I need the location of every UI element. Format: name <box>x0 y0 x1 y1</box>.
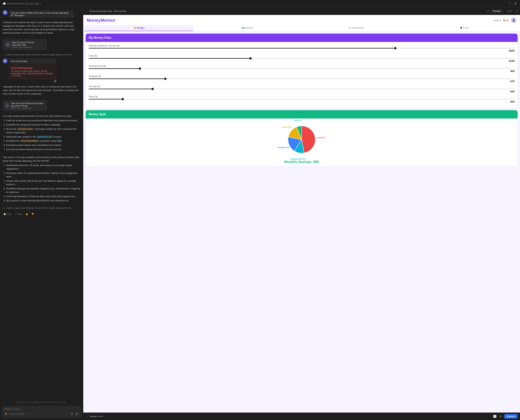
ai-message-4: This version of the app maintains all th… <box>3 155 80 204</box>
feature-5: Visual representations of financial data… <box>6 195 80 198</box>
money-flow-body: Monthly Allowance / Income ($) $500 Food… <box>86 42 518 108</box>
slider-fill <box>89 58 250 59</box>
tab-investments[interactable]: 📈 Investments <box>302 25 410 31</box>
slider-value: $65 <box>89 90 515 93</box>
component-title-1: Teen-Focused Finance Education App <box>12 41 44 46</box>
improvement-list: Fixed the syntax error by ensuring all s… <box>3 119 80 151</box>
warning-text-2: Claude's response was limited as it hit … <box>6 207 72 209</box>
slider-label: Savings ($) <box>89 85 515 88</box>
slider-fill <box>89 89 153 89</box>
code-map: map <box>56 140 62 142</box>
slider-label: Food ($) <box>89 54 515 57</box>
slider-thumb[interactable] <box>151 88 154 90</box>
monthly-savings: Monthly Savings: $95 <box>284 160 319 164</box>
back-button[interactable]: ← <box>85 10 88 13</box>
warning-icon-1: ⚠ <box>3 53 5 56</box>
publish-button[interactable]: Publish <box>504 414 518 419</box>
pie-chart: food 47%entertainment 12%shopping 19%sav… <box>283 121 320 158</box>
image-button[interactable]: 🖼 <box>75 412 78 415</box>
component-block-1[interactable]: </> Teen-Focused Finance Education App C… <box>3 39 47 50</box>
main-layout: AY Can you make it better and make it mo… <box>0 8 520 420</box>
expand-button[interactable]: ⬜ <box>492 414 497 419</box>
copy-button[interactable]: 📋 Copy <box>3 213 12 216</box>
attachment-button[interactable]: 📎 <box>70 412 74 415</box>
feature-6: Quiz section to make learning about fina… <box>6 199 80 202</box>
component-block-2[interactable]: </> Teen-Focused Finance Education App (… <box>3 100 47 111</box>
slider-track <box>89 58 515 59</box>
ai-message-3: I've made several improvements to fix th… <box>3 114 80 153</box>
star-button[interactable]: ☆ <box>508 1 512 6</box>
model-selector[interactable]: Claude 3.5 Sonnet <box>9 413 24 415</box>
refresh-button[interactable]: ↺ <box>487 10 489 13</box>
version-prev-button[interactable]: ← <box>86 415 88 418</box>
error-user-row: AY error in the code: Error Running Code… <box>3 59 80 82</box>
slider-value: $50 <box>89 70 515 73</box>
retry-button[interactable]: ↺ Retry <box>14 213 23 216</box>
slider-track <box>89 99 515 99</box>
slider-track-container <box>89 48 515 49</box>
code-tab[interactable]: Code <box>504 9 514 13</box>
action-bar: 📋 Copy ↺ Retry 👍 👎 <box>3 212 80 216</box>
code-categoryicon: CategoryIcon <box>17 128 33 130</box>
slider-thumb[interactable] <box>164 78 167 80</box>
warning-icon-2: ⚠ <box>3 207 5 209</box>
slider-row: Entertainment ($) $50 <box>89 65 515 73</box>
ai-text-1: Certainly! Let's enhance the app to make… <box>3 21 80 35</box>
dropdown-icon: ▾ <box>40 2 41 5</box>
app-avatar: 👤 <box>511 17 517 23</box>
chat-input-field[interactable] <box>5 408 78 410</box>
tab-budget[interactable]: 💰 Budget <box>85 25 193 31</box>
list-item-5: Simplified the investmentData calculatio… <box>6 139 80 143</box>
app-logo: MoneyMentor <box>87 18 115 23</box>
list-item-6: Removed unused imports and consolidated … <box>6 143 80 147</box>
component-sub-1: Click to open component <box>12 46 44 48</box>
retry-label: Retry <box>17 213 22 215</box>
avatar-2: AY <box>3 59 8 63</box>
slider-value: $500 <box>89 49 515 52</box>
money-split-body: food 47%entertainment 12%shopping 19%sav… <box>86 119 518 166</box>
preview-title: Finance Education App - First Version <box>89 10 126 12</box>
slider-track-container <box>89 58 515 59</box>
slider-thumb[interactable] <box>122 98 124 100</box>
slider-row: Savings ($) $65 <box>89 85 515 93</box>
preview-topbar-left: ← Finance Education App - First Version <box>85 10 126 13</box>
link-icon[interactable]: 🔗 <box>9 80 56 82</box>
thumbsdown-button[interactable]: 👎 <box>31 213 35 216</box>
slider-track-container <box>89 68 515 69</box>
component-sub-2: Click to open component <box>11 107 44 109</box>
app-tabs: 💰 Budget 💵 Savings 📈 Investments 🎓 Learn <box>83 25 520 31</box>
code-icon-1: </> <box>5 42 10 47</box>
chat-input-area: ✳ Claude 3.5 Sonnet ▾ 📎 🖼 <box>0 404 83 420</box>
app-header: MoneyMentor Level 2 16 🔥 👤 <box>83 15 520 25</box>
download-button[interactable]: ⬇ <box>499 414 503 419</box>
streak-count: 16 <box>503 19 505 22</box>
slider-value: $190 <box>89 60 515 62</box>
copy-label: Copy <box>7 213 11 215</box>
tab-savings[interactable]: 💵 Savings <box>193 25 302 31</box>
thumbsup-button[interactable]: 👍 <box>25 213 29 216</box>
slider-thumb[interactable] <box>139 68 141 70</box>
avatar: AY <box>3 10 8 15</box>
slider-thumb[interactable] <box>249 57 252 60</box>
settings-button[interactable]: ⚙ <box>513 1 517 6</box>
version-next-button[interactable]: → <box>105 415 107 418</box>
preview-tab[interactable]: Preview <box>490 9 503 13</box>
preview-bottombar: ← Version 4 of 4 → ⬜ ⬇ Publish <box>83 412 520 420</box>
preview-topbar: ← Finance Education App - First Version … <box>83 8 520 15</box>
slider-track-container <box>89 99 515 99</box>
money-split-section: Money Split food 47%entertainment 12%sho… <box>86 110 518 166</box>
tab-learn[interactable]: 🎓 Learn <box>410 25 519 31</box>
slider-row: Other ($) $25 <box>89 95 515 103</box>
code-investmentdata: investmentData <box>20 140 39 142</box>
user-bubble-1: Can you make it better and make it more … <box>9 10 73 18</box>
slider-thumb[interactable] <box>394 47 396 49</box>
list-item-7: Ensured consistent styling and layout ac… <box>6 148 80 151</box>
header-icons: ☆ ⚙ <box>508 1 517 6</box>
close-button[interactable]: ✕ <box>516 9 518 13</box>
chat-input-icons: 📎 🖼 <box>70 412 78 415</box>
list-item-4: Optimized state updates in the updateVal… <box>6 135 80 139</box>
app-header-right: Level 2 16 🔥 👤 <box>494 17 517 23</box>
component-block-text-1: Teen-Focused Finance Education App Click… <box>12 41 44 48</box>
preview-topbar-right: ↺ Preview Code ✕ <box>487 9 518 13</box>
component-block-text-2: Teen-Focused Finance Education App (Erro… <box>11 102 44 109</box>
